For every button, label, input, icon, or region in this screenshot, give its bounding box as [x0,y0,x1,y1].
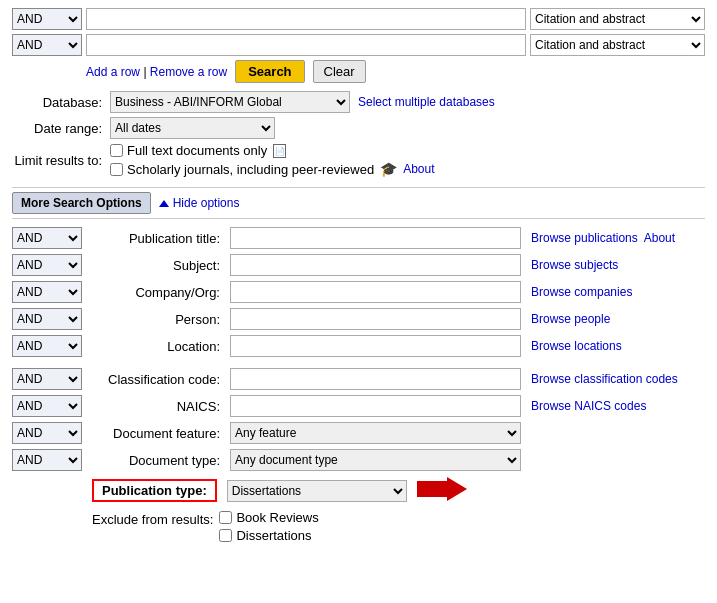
classification-links: Browse classification codes [525,372,705,386]
adv-row-subject: AND Subject: Browse subjects [12,254,705,276]
full-text-check-row: Full text documents only 📄 [110,143,435,158]
exclude-dissertations-checkbox[interactable] [219,529,232,542]
exclude-book-reviews-label: Book Reviews [236,510,318,525]
date-range-row: Date range: All dates Last 7 days Last 3… [12,117,705,139]
database-select[interactable]: Business - ABI/INFORM Global All databas… [110,91,350,113]
date-range-label: Date range: [12,121,102,136]
limit-results-label: Limit results to: [12,153,102,168]
hide-options-label: Hide options [173,196,240,210]
adv-row-location: AND Location: Browse locations [12,335,705,357]
company-input[interactable] [230,281,521,303]
pub-type-section: Publication type: Dissertations All Peri… [12,477,705,504]
add-row-link[interactable]: Add a row [86,65,140,79]
search-input-1[interactable] [86,8,526,30]
full-text-checkbox[interactable] [110,144,123,157]
adv-row-doc-type: AND Document type: Any document type Art… [12,449,705,471]
caret-up-icon [159,200,169,207]
exclude-section: Exclude from results: Book Reviews Disse… [92,510,705,543]
database-label: Database: [12,95,102,110]
company-label: Company/Org: [96,285,226,300]
main-page: AND Citation and abstract Full text Docu… [0,0,717,551]
company-links: Browse companies [525,285,705,299]
scholarly-label: Scholarly journals, including peer-revie… [127,162,374,177]
browse-locations-link[interactable]: Browse locations [531,339,622,353]
search-row-1: AND Citation and abstract Full text Docu… [12,8,705,30]
naics-label: NAICS: [96,399,226,414]
date-range-select[interactable]: All dates Last 7 days Last 30 days [110,117,275,139]
browse-naics-codes-link[interactable]: Browse NAICS codes [531,399,646,413]
pub-title-links: Browse publications About [525,231,705,245]
exclude-dissertations-row: Dissertations [219,528,318,543]
adv-row-classification: AND Classification code: Browse classifi… [12,368,705,390]
person-links: Browse people [525,312,705,326]
pub-title-input[interactable] [230,227,521,249]
location-input[interactable] [230,335,521,357]
select-multiple-databases-link[interactable]: Select multiple databases [358,95,495,109]
search-in-1[interactable]: Citation and abstract Full text Document… [530,8,705,30]
search-input-2[interactable] [86,34,526,56]
op-classification[interactable]: AND [12,368,82,390]
subject-input[interactable] [230,254,521,276]
pub-type-select[interactable]: Dissertations All Periodical Newsletter … [227,480,407,502]
browse-classification-codes-link[interactable]: Browse classification codes [531,372,678,386]
browse-publications-link[interactable]: Browse publications [531,231,638,245]
doc-feature-label: Document feature: [96,426,226,441]
adv-row-naics: AND NAICS: Browse NAICS codes [12,395,705,417]
naics-links: Browse NAICS codes [525,399,705,413]
scholarly-checkbox[interactable] [110,163,123,176]
op-subject[interactable]: AND [12,254,82,276]
browse-subjects-link[interactable]: Browse subjects [531,258,618,272]
arrow-icon [417,477,467,504]
scholarly-about-link[interactable]: About [403,162,434,176]
adv-row-pub-title: AND Publication title: Browse publicatio… [12,227,705,249]
naics-input[interactable] [230,395,521,417]
operator-1[interactable]: AND [12,8,82,30]
grad-icon: 🎓 [380,161,397,177]
exclude-book-reviews-checkbox[interactable] [219,511,232,524]
location-label: Location: [96,339,226,354]
exclude-book-reviews-row: Book Reviews [219,510,318,525]
database-row: Database: Business - ABI/INFORM Global A… [12,91,705,113]
search-row-2: AND Citation and abstract Full text Docu… [12,34,705,56]
op-doc-type[interactable]: AND [12,449,82,471]
more-options-bar: More Search Options Hide options [12,187,705,219]
remove-row-link[interactable]: Remove a row [150,65,227,79]
browse-people-link[interactable]: Browse people [531,312,610,326]
op-pub-title[interactable]: AND [12,227,82,249]
pub-title-label: Publication title: [96,231,226,246]
search-button[interactable]: Search [235,60,304,83]
doc-feature-select[interactable]: Any feature Charts Graphs Images Tables [230,422,521,444]
search-in-2[interactable]: Citation and abstract Full text Document… [530,34,705,56]
exclude-dissertations-label: Dissertations [236,528,311,543]
location-links: Browse locations [525,339,705,353]
op-location[interactable]: AND [12,335,82,357]
classification-input[interactable] [230,368,521,390]
doc-icon: 📄 [273,144,286,158]
exclude-label: Exclude from results: [92,510,213,527]
person-input[interactable] [230,308,521,330]
clear-button[interactable]: Clear [313,60,366,83]
doc-type-label: Document type: [96,453,226,468]
adv-row-doc-feature: AND Document feature: Any feature Charts… [12,422,705,444]
op-company[interactable]: AND [12,281,82,303]
pub-type-label: Publication type: [92,479,217,502]
browse-publications-about-link[interactable]: About [644,231,675,245]
exclude-checks: Book Reviews Dissertations [219,510,318,543]
classification-label: Classification code: [96,372,226,387]
doc-type-select[interactable]: Any document type Article Report Book Re… [230,449,521,471]
full-text-label: Full text documents only [127,143,267,158]
subject-links: Browse subjects [525,258,705,272]
scholarly-check-row: Scholarly journals, including peer-revie… [110,161,435,177]
subject-label: Subject: [96,258,226,273]
op-naics[interactable]: AND [12,395,82,417]
op-person[interactable]: AND [12,308,82,330]
svg-marker-0 [417,477,467,501]
more-options-button[interactable]: More Search Options [12,192,151,214]
adv-row-company: AND Company/Org: Browse companies [12,281,705,303]
advanced-section: AND Publication title: Browse publicatio… [12,227,705,471]
op-doc-feature[interactable]: AND [12,422,82,444]
operator-2[interactable]: AND [12,34,82,56]
limit-results-row: Limit results to: Full text documents on… [12,143,705,177]
hide-options-link[interactable]: Hide options [159,196,240,210]
browse-companies-link[interactable]: Browse companies [531,285,632,299]
